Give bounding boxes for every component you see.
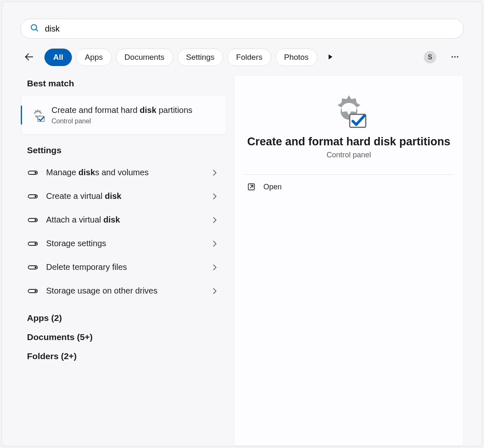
chevron-right-icon xyxy=(211,240,219,248)
storage-icon xyxy=(28,193,38,200)
best-match-title: Create and format hard disk partitions xyxy=(52,105,192,116)
content-area: Best match Create and format hard disk p… xyxy=(20,75,464,446)
chevron-right-icon xyxy=(211,287,219,295)
filter-chip-folders[interactable]: Folders xyxy=(227,49,271,66)
storage-icon xyxy=(28,217,38,223)
svg-point-5 xyxy=(454,56,456,58)
overflow-menu-button[interactable] xyxy=(446,49,464,66)
category-folders[interactable]: Folders (2+) xyxy=(20,348,226,367)
best-match-text: Create and format hard disk partitions C… xyxy=(52,105,192,125)
gear-check-icon xyxy=(331,93,367,130)
filter-chip-photos[interactable]: Photos xyxy=(275,49,317,66)
chevron-right-icon xyxy=(211,216,219,224)
more-filters-button[interactable] xyxy=(322,49,338,65)
svg-point-15 xyxy=(35,243,36,244)
svg-line-22 xyxy=(250,185,253,188)
arrow-left-icon xyxy=(24,51,34,64)
storage-icon xyxy=(28,264,38,271)
preview-title: Create and format hard disk partitions xyxy=(247,135,450,148)
settings-item-label: Attach a virtual disk xyxy=(46,215,202,225)
best-match-header: Best match xyxy=(20,75,226,95)
chevron-right-icon xyxy=(211,263,219,272)
svg-point-13 xyxy=(35,219,36,220)
results-column: Best match Create and format hard disk p… xyxy=(20,75,226,446)
settings-item-storage-usage-other-drives[interactable]: Storage usage on other drives xyxy=(20,279,226,302)
open-external-icon xyxy=(247,182,256,191)
svg-point-4 xyxy=(452,56,453,58)
category-apps[interactable]: Apps (2) xyxy=(20,302,226,329)
search-window: All Apps Documents Settings Folders Phot… xyxy=(2,2,482,446)
storage-icon xyxy=(28,288,38,294)
svg-point-9 xyxy=(35,172,36,173)
action-open-label: Open xyxy=(263,183,282,191)
best-match-subtitle: Control panel xyxy=(52,118,192,125)
svg-marker-3 xyxy=(329,54,332,59)
svg-point-11 xyxy=(35,196,36,197)
chevron-right-icon xyxy=(211,169,219,177)
triangle-right-icon xyxy=(327,54,334,61)
settings-item-create-virtual-disk[interactable]: Create a virtual disk xyxy=(20,185,226,208)
category-documents[interactable]: Documents (5+) xyxy=(20,329,226,348)
storage-icon xyxy=(28,240,38,247)
search-icon xyxy=(30,23,39,34)
svg-point-17 xyxy=(35,267,36,268)
settings-item-delete-temp-files[interactable]: Delete temporary files xyxy=(20,256,226,279)
settings-item-label: Delete temporary files xyxy=(46,262,202,272)
settings-item-manage-disks[interactable]: Manage disks and volumes xyxy=(20,161,226,184)
back-button[interactable] xyxy=(20,49,38,66)
filter-row: All Apps Documents Settings Folders Phot… xyxy=(20,49,464,66)
chevron-right-icon xyxy=(211,192,219,201)
filter-chip-settings[interactable]: Settings xyxy=(177,49,224,66)
settings-item-label: Storage settings xyxy=(46,239,202,248)
storage-icon xyxy=(28,169,38,176)
search-input[interactable] xyxy=(45,24,454,34)
settings-item-label: Create a virtual disk xyxy=(46,191,202,201)
more-horizontal-icon xyxy=(450,52,459,63)
action-open[interactable]: Open xyxy=(244,175,453,199)
settings-item-attach-virtual-disk[interactable]: Attach a virtual disk xyxy=(20,208,226,231)
best-match-result[interactable]: Create and format hard disk partitions C… xyxy=(21,95,226,135)
svg-line-1 xyxy=(36,29,37,31)
preview-panel: Create and format hard disk partitions C… xyxy=(234,75,464,446)
filter-chip-all[interactable]: All xyxy=(44,49,72,66)
settings-header: Settings xyxy=(20,135,226,161)
settings-item-label: Storage usage on other drives xyxy=(46,286,202,296)
user-avatar[interactable]: S xyxy=(424,51,436,64)
gear-check-icon xyxy=(31,108,45,122)
search-bar[interactable] xyxy=(20,19,464,39)
preview-subtitle: Control panel xyxy=(327,151,371,159)
filter-chip-apps[interactable]: Apps xyxy=(76,49,111,66)
settings-item-storage-settings[interactable]: Storage settings xyxy=(20,232,226,255)
svg-point-6 xyxy=(457,56,459,58)
svg-point-19 xyxy=(35,290,36,291)
settings-list: Manage disks and volumes Create a virtua… xyxy=(20,161,226,302)
filter-chip-documents[interactable]: Documents xyxy=(116,49,173,66)
settings-item-label: Manage disks and volumes xyxy=(46,168,202,177)
